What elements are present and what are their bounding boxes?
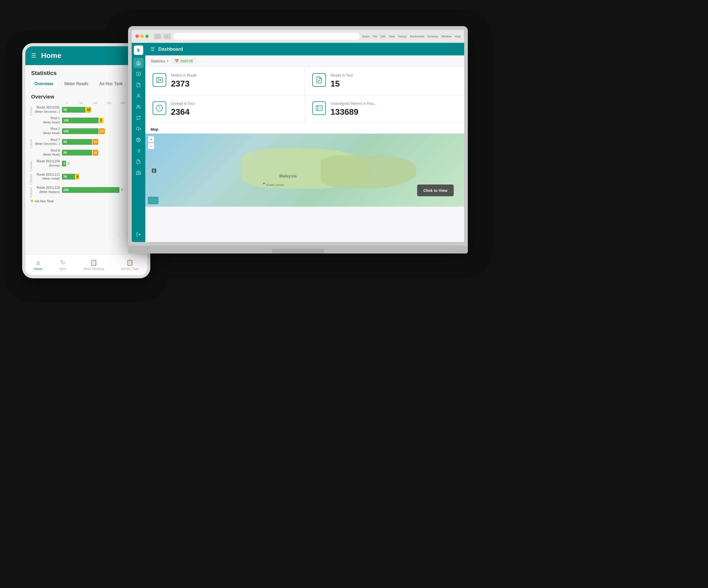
menu-help[interactable]: Help: [454, 35, 461, 38]
chart-bars: 100 10: [62, 128, 105, 134]
date-badge[interactable]: 📅 2023-05: [172, 58, 196, 64]
row-label: Route 20211118(Meter Replace): [33, 186, 62, 194]
bar-orange: 10: [92, 150, 98, 155]
stat-info-unassigned: Unassigned Meters in Rou... 133689: [331, 101, 377, 117]
map-kl-label: Kuala Lumpur: [267, 183, 285, 186]
chart-row: Rout 8(Meter Read) 80 10: [33, 149, 144, 157]
breadcrumb-statistics[interactable]: Statistics ▼: [151, 59, 169, 63]
app-sidebar: k: [132, 43, 145, 242]
sidebar-item-home[interactable]: [134, 58, 144, 68]
sync-icon: ↻: [60, 259, 65, 266]
menu-history[interactable]: History: [398, 35, 407, 38]
adhoc-hint-label: Ad Hoc Task: [35, 199, 54, 203]
app-main: ☰ Dashboard Statistics ▼: [145, 43, 464, 242]
tab-adhoc-task[interactable]: Ad Hoc Task: [95, 79, 127, 89]
laptop-notch: [272, 249, 324, 254]
sidebar-item-documents[interactable]: [134, 80, 144, 90]
nav-sync-label: Sync: [59, 267, 66, 271]
chart-bars: 80 10: [62, 139, 98, 145]
tab-overview[interactable]: Overview: [30, 79, 58, 89]
axis-50: 50: [74, 101, 88, 105]
svg-point-7: [138, 139, 139, 141]
sidebar-item-users[interactable]: [134, 102, 144, 112]
sidebar-item-route[interactable]: [134, 113, 144, 123]
map-mini-overview: [148, 197, 158, 204]
sidebar-item-file[interactable]: [134, 157, 144, 167]
axis-200: 200: [116, 101, 129, 105]
menu-edit[interactable]: Edit: [381, 35, 385, 38]
adhoc-dot: [31, 200, 33, 202]
date-value: 2023-05: [180, 59, 193, 63]
bar-outside-label: 0: [68, 162, 69, 166]
stat-icon-unassigned: [312, 101, 326, 115]
svg-point-4: [138, 94, 139, 96]
menu-safari[interactable]: Safari: [362, 35, 370, 38]
tab-meter-reads[interactable]: Meter Reads: [60, 79, 93, 89]
menu-develop[interactable]: Develop: [427, 35, 438, 38]
sidebar-item-camera[interactable]: [134, 168, 144, 178]
stat-info-unread: Unread in Tour 2364: [171, 101, 195, 117]
sidebar-item-logout[interactable]: [134, 230, 144, 239]
row-label: Route 20211104(Survey): [33, 159, 62, 168]
axis-0: 0: [60, 101, 74, 105]
click-to-view-button[interactable]: Click to View: [417, 184, 454, 196]
map-container[interactable]: + − E Malaysia Kuala Lumpur Click to Vie…: [145, 134, 464, 207]
bar-green: 100: [62, 128, 98, 134]
map-zoom-controls: + −: [148, 136, 154, 149]
nav-home-label: Home: [34, 267, 42, 271]
map-malaysia-label: Malaysia: [279, 174, 297, 178]
menu-bookmarks[interactable]: Bookmarks: [410, 35, 424, 38]
menu-file[interactable]: File: [373, 35, 377, 38]
map-title: Map: [145, 123, 464, 134]
hamburger-icon[interactable]: ☰: [31, 52, 36, 59]
meter-reading-icon: 📋: [90, 259, 97, 266]
close-dot[interactable]: [136, 34, 139, 38]
row-label: Rout 2(Meter Read): [33, 127, 62, 135]
chart-bars: 80 10: [62, 150, 98, 155]
nav-meter-reading[interactable]: 📋 Meter Reading: [80, 258, 107, 272]
app-topbar: ☰ Dashboard: [145, 43, 464, 55]
minimize-dot[interactable]: [140, 34, 144, 38]
browser-chrome: □ ‹ Safari File Edit View History Bookma…: [132, 30, 464, 43]
chart-section-2weeks: 2 Weeks Route 20211104(Survey) 5 0: [29, 159, 144, 173]
sidebar-item-user[interactable]: [134, 91, 144, 101]
browser-menu-bar: Safari File Edit View History Bookmarks …: [362, 35, 461, 38]
sidebar-item-upload[interactable]: [134, 124, 144, 134]
bar-green: 30: [62, 174, 75, 180]
topbar-menu-icon[interactable]: ☰: [151, 46, 155, 52]
maximize-dot[interactable]: [145, 34, 149, 38]
map-zoom-in[interactable]: +: [148, 136, 154, 142]
browser-square-btn[interactable]: □: [154, 33, 161, 39]
topbar-title: Dashboard: [158, 47, 183, 52]
menu-window[interactable]: Window: [441, 35, 451, 38]
chart-row: Route 20211031(Meter Decomiss...) 50 10: [33, 106, 144, 114]
chart-section-4weeks: 4 Weeks Route 20211118(Meter Replace) 20…: [29, 186, 144, 199]
chart-bars: 5 0: [62, 161, 69, 167]
svg-rect-16: [156, 78, 162, 83]
stat-card-unread-tour: Unread in Tour 2364: [145, 95, 305, 123]
row-label: Route 20211111(Meter Install): [33, 173, 62, 181]
chart-row: Route 20211118(Meter Replace) 200 0: [33, 186, 144, 194]
map-section: Map + − E: [145, 123, 464, 207]
sidebar-item-reports[interactable]: [134, 69, 144, 79]
map-zoom-out[interactable]: −: [148, 143, 154, 149]
home-icon: ⌂: [36, 259, 40, 266]
row-label: Rout 8(Meter Read): [33, 149, 62, 157]
nav-home[interactable]: ⌂ Home: [31, 258, 46, 272]
sidebar-item-list[interactable]: [134, 146, 144, 156]
browser-back-btn[interactable]: ‹: [163, 33, 171, 39]
section-label-4weeks: 4 Weeks: [29, 186, 33, 199]
breadcrumb-arrow: ▼: [166, 59, 169, 63]
stat-label-reads: Reads in Tour: [331, 73, 353, 77]
bar-green: 100: [62, 118, 98, 123]
chart-row: Rout 1(Meter Read) 100 3: [33, 116, 144, 124]
menu-view[interactable]: View: [389, 35, 395, 38]
chart-row: Route 20211111(Meter Install) 30 5: [33, 173, 144, 181]
browser-address-bar[interactable]: [173, 33, 360, 40]
sidebar-item-settings[interactable]: [134, 135, 144, 145]
sidebar-logo[interactable]: k: [134, 46, 143, 55]
nav-sync[interactable]: ↻ Sync: [56, 258, 69, 272]
stat-info-meters: Meters in Route 2373: [171, 73, 197, 89]
chart-row: Rout 7(Meter Decomiss...) 80 10: [33, 138, 144, 146]
chart-rows-2weeks: Route 20211104(Survey) 5 0: [33, 159, 144, 170]
